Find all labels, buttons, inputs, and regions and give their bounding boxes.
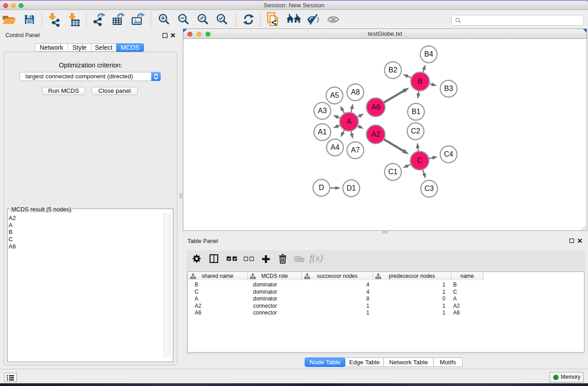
- svg-text:B1: B1: [411, 108, 421, 115]
- svg-text:D: D: [319, 184, 324, 191]
- svg-text:A8: A8: [351, 88, 360, 96]
- svg-text:A6: A6: [371, 103, 380, 111]
- svg-text:B2: B2: [388, 66, 397, 74]
- svg-text:C2: C2: [411, 127, 421, 135]
- svg-text:A4: A4: [330, 143, 339, 151]
- svg-text:A2: A2: [371, 130, 380, 138]
- svg-text:C4: C4: [444, 150, 454, 158]
- svg-text:A7: A7: [351, 146, 360, 154]
- svg-text:A5: A5: [330, 91, 339, 99]
- svg-text:D1: D1: [347, 184, 356, 192]
- svg-text:C: C: [417, 157, 422, 164]
- svg-text:A: A: [347, 118, 352, 125]
- svg-text:B4: B4: [424, 50, 433, 58]
- svg-text:C3: C3: [425, 185, 434, 192]
- svg-text:A3: A3: [318, 107, 327, 114]
- svg-text:B: B: [418, 77, 423, 85]
- svg-text:B3: B3: [444, 85, 453, 92]
- svg-text:C1: C1: [388, 168, 398, 176]
- svg-text:A1: A1: [318, 128, 327, 136]
